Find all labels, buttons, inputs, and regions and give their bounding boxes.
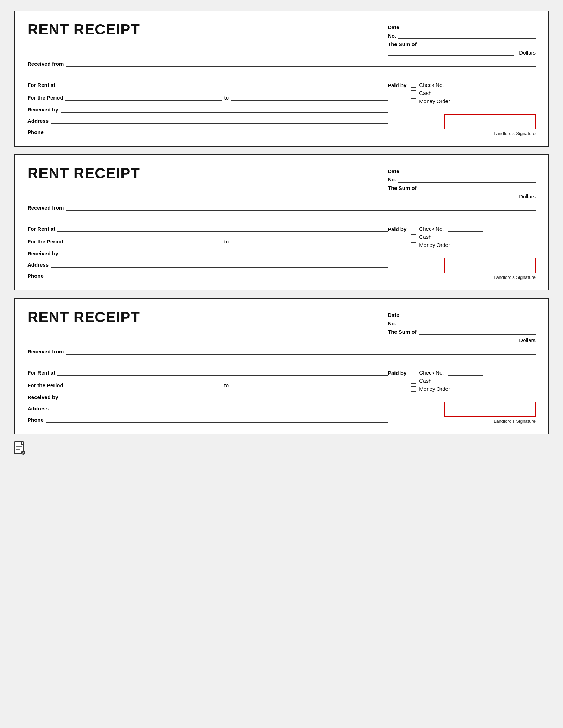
- for-rent-at-label-3: For Rent at: [27, 370, 55, 376]
- dollars-label-3: Dollars: [519, 337, 536, 343]
- address-label-1: Address: [27, 118, 49, 124]
- date-label-2: Date: [388, 168, 399, 174]
- no-label-3: No.: [388, 320, 396, 326]
- received-by-label-1: Received by: [27, 107, 58, 113]
- received-by-label-2: Received by: [27, 250, 58, 256]
- receipt-title-1: RENT RECEIPT: [27, 21, 388, 38]
- check-no-checkbox-2[interactable]: [411, 226, 416, 231]
- money-order-text-3: Money Order: [419, 386, 450, 392]
- for-rent-at-label-1: For Rent at: [27, 82, 55, 88]
- cash-checkbox-2[interactable]: [411, 234, 416, 240]
- check-no-text-2: Check No.: [419, 226, 444, 232]
- receipt-1: RENT RECEIPT Date No. The Sum of Dollar: [14, 11, 549, 147]
- money-order-checkbox-3[interactable]: [411, 386, 416, 392]
- no-label-1: No.: [388, 33, 396, 39]
- document-icon: e: [14, 441, 26, 455]
- received-from-label-1: Received from: [27, 61, 64, 67]
- signature-label-1: Landlord's Signature: [494, 131, 536, 136]
- phone-label-1: Phone: [27, 129, 44, 135]
- receipt-2: RENT RECEIPT Date No. The Sum of Dollar: [14, 154, 549, 290]
- dollars-label-1: Dollars: [519, 50, 536, 56]
- sum-label-1: The Sum of: [388, 41, 417, 47]
- signature-label-3: Landlord's Signature: [494, 419, 536, 424]
- receipt-3: RENT RECEIPT Date No. The Sum of Dollar: [14, 298, 549, 434]
- cash-text-1: Cash: [419, 90, 431, 96]
- for-rent-at-label-2: For Rent at: [27, 226, 55, 232]
- check-no-text-3: Check No.: [419, 370, 444, 376]
- received-by-label-3: Received by: [27, 394, 58, 400]
- check-no-checkbox-3[interactable]: [411, 370, 416, 375]
- money-order-checkbox-2[interactable]: [411, 242, 416, 248]
- to-text-2: to: [224, 238, 229, 244]
- date-label-3: Date: [388, 312, 399, 318]
- money-order-text-1: Money Order: [419, 98, 450, 104]
- cash-checkbox-3[interactable]: [411, 378, 416, 384]
- paid-by-label-3: Paid by: [388, 369, 406, 376]
- money-order-text-2: Money Order: [419, 242, 450, 248]
- receipt-title-3: RENT RECEIPT: [27, 309, 388, 326]
- received-from-label-2: Received from: [27, 205, 64, 211]
- for-period-label-3: For the Period: [27, 382, 63, 388]
- no-label-2: No.: [388, 177, 396, 183]
- date-label-1: Date: [388, 24, 399, 30]
- to-text-1: to: [224, 95, 229, 101]
- receipt-title-2: RENT RECEIPT: [27, 165, 388, 182]
- check-no-text-1: Check No.: [419, 82, 444, 88]
- dollars-label-2: Dollars: [519, 193, 536, 199]
- signature-box-3[interactable]: [444, 402, 536, 417]
- phone-label-3: Phone: [27, 417, 44, 423]
- paid-by-label-2: Paid by: [388, 225, 406, 232]
- signature-label-2: Landlord's Signature: [494, 275, 536, 280]
- svg-text:e: e: [22, 451, 24, 455]
- for-period-label-1: For the Period: [27, 95, 63, 101]
- money-order-checkbox-1[interactable]: [411, 98, 416, 104]
- footer-area: e: [14, 441, 549, 455]
- address-label-2: Address: [27, 262, 49, 268]
- cash-checkbox-1[interactable]: [411, 90, 416, 96]
- paid-by-label-1: Paid by: [388, 82, 406, 88]
- signature-box-2[interactable]: [444, 258, 536, 273]
- cash-text-2: Cash: [419, 234, 431, 240]
- received-from-label-3: Received from: [27, 349, 64, 355]
- address-label-3: Address: [27, 405, 49, 411]
- sum-label-3: The Sum of: [388, 329, 417, 335]
- check-no-checkbox-1[interactable]: [411, 82, 416, 88]
- to-text-3: to: [224, 382, 229, 388]
- sum-label-2: The Sum of: [388, 185, 417, 191]
- signature-box-1[interactable]: [444, 114, 536, 129]
- receipts-container: RENT RECEIPT Date No. The Sum of Dollar: [14, 11, 549, 434]
- cash-text-3: Cash: [419, 378, 431, 384]
- for-period-label-2: For the Period: [27, 238, 63, 244]
- phone-label-2: Phone: [27, 273, 44, 279]
